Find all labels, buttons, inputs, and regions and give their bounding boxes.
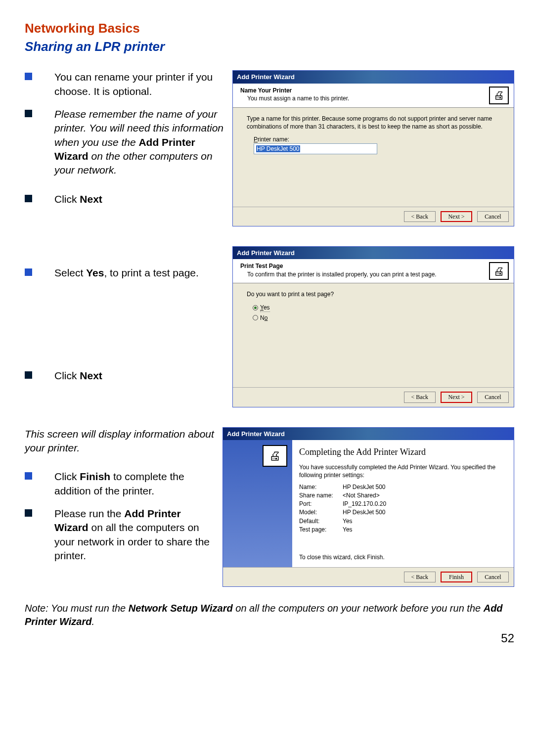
completing-title: Completing the Add Printer Wizard: [299, 446, 507, 458]
back-button[interactable]: < Back: [404, 211, 436, 222]
wizard-header-title: Name Your Printer: [240, 87, 489, 94]
setting-val: <Not Shared>: [343, 491, 380, 499]
setting-key: Name:: [299, 483, 343, 491]
printer-icon: 🖨: [263, 445, 287, 467]
printer-icon: 🖨: [489, 87, 509, 104]
wizard-name-printer: Add Printer Wizard Name Your Printer You…: [232, 70, 514, 226]
bullet-icon: [25, 268, 32, 276]
page-subheading: Sharing an LPR printer: [25, 38, 514, 55]
setting-val: HP DeskJet 500: [343, 508, 386, 516]
cancel-button[interactable]: Cancel: [477, 211, 509, 222]
question-text: Do you want to print a test page?: [247, 290, 505, 298]
cancel-button[interactable]: Cancel: [477, 572, 509, 582]
printer-name-input[interactable]: HP DeskJet 500: [254, 143, 377, 154]
wizard-header-sub: To confirm that the printer is installed…: [247, 270, 489, 278]
instruction-text: Select Yes, to print a test page.: [54, 266, 199, 280]
bullet-icon: [25, 73, 32, 80]
radio-no[interactable]: No: [247, 314, 505, 322]
wizard-test-page: Add Printer Wizard Print Test Page To co…: [232, 246, 514, 407]
bullet-icon: [25, 110, 32, 117]
instruction-text: Click Finish to complete the addition of…: [54, 470, 218, 498]
next-button[interactable]: Next >: [441, 211, 472, 222]
instruction-text: Click Next: [54, 369, 102, 383]
setting-val: HP DeskJet 500: [343, 483, 386, 491]
setting-key: Test page:: [299, 526, 343, 534]
setting-val: Yes: [343, 526, 353, 534]
back-button[interactable]: < Back: [404, 572, 436, 582]
printer-icon: 🖨: [489, 262, 509, 280]
next-button[interactable]: Next >: [441, 392, 472, 402]
setting-key: Share name:: [299, 491, 343, 499]
instruction-text: You can rename your printer if you choos…: [54, 70, 227, 98]
bullet-icon: [25, 472, 32, 480]
bullet-icon: [25, 195, 32, 202]
setting-val: Yes: [343, 517, 353, 525]
wizard-body-text: Type a name for this printer. Because so…: [247, 115, 505, 131]
wizard-titlebar: Add Printer Wizard: [233, 247, 514, 260]
wizard-header-title: Print Test Page: [240, 262, 489, 270]
wizard-side-graphic: 🖨: [223, 440, 292, 567]
setting-val: IP_192.170.0.20: [343, 500, 386, 508]
setting-key: Model:: [299, 508, 343, 516]
instruction-text: Please run the Add Printer Wizard on all…: [54, 507, 218, 563]
instruction-text: Click Next: [54, 192, 102, 206]
footnote: Note: You must run the Network Setup Wiz…: [25, 602, 514, 628]
wizard-titlebar: Add Printer Wizard: [233, 71, 514, 84]
instruction-text: Please remember the name of your printer…: [54, 107, 227, 178]
back-button[interactable]: < Back: [404, 392, 436, 402]
setting-key: Port:: [299, 500, 343, 508]
field-label: Printer name:: [254, 135, 505, 143]
radio-yes[interactable]: Yes: [247, 304, 505, 312]
page-number: 52: [25, 630, 514, 646]
cancel-button[interactable]: Cancel: [477, 392, 509, 402]
intro-text: This screen will display information abo…: [25, 427, 218, 455]
bullet-icon: [25, 509, 32, 517]
bullet-icon: [25, 371, 32, 379]
finish-button[interactable]: Finish: [441, 572, 472, 582]
wizard-header-sub: You must assign a name to this printer.: [247, 94, 489, 102]
wizard-titlebar: Add Printer Wizard: [223, 428, 514, 441]
wizard-completing: Add Printer Wizard 🖨 Completing the Add …: [222, 427, 514, 587]
completing-sub: You have successfully completed the Add …: [299, 463, 507, 479]
setting-key: Default:: [299, 517, 343, 525]
page-heading: Networking Basics: [25, 20, 514, 37]
close-text: To close this wizard, click Finish.: [299, 553, 507, 561]
